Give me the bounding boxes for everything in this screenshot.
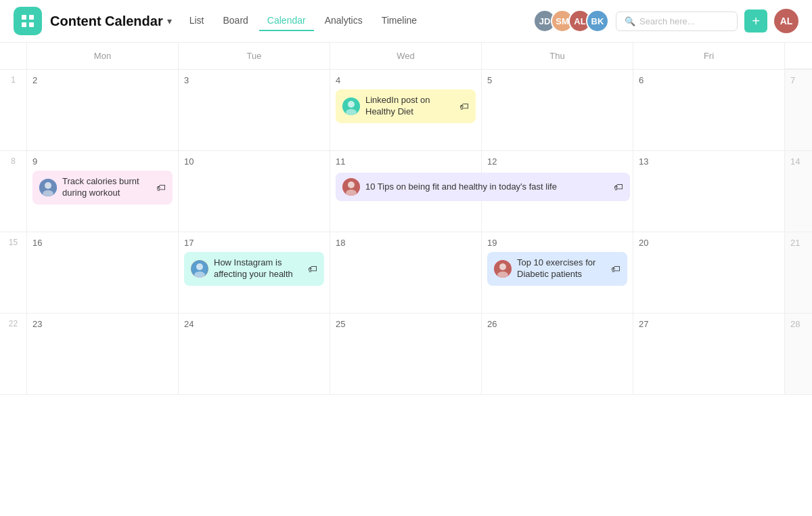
nav-tabs: List Board Calendar Analytics Timeline [181, 11, 425, 31]
day-number: 17 [184, 238, 324, 248]
avatar-4: BK [586, 9, 609, 33]
day-4[interactable]: 4 LinkedIn post on Healthy Diet 🏷 [330, 70, 482, 151]
svg-point-11 [348, 181, 355, 188]
day-11-12-span[interactable]: 11 10 Tips on being fit and healthy in t… [330, 151, 482, 232]
day-20[interactable]: 20 [633, 232, 785, 314]
user-avatar[interactable]: AL [774, 9, 798, 33]
tab-list[interactable]: List [181, 11, 212, 31]
day-number: 25 [336, 319, 476, 329]
event-card[interactable]: Track calories burnt during workout 🏷 [32, 171, 173, 205]
day-number: 7 [785, 70, 812, 91]
calendar: Mon Tue Wed Thu Fri 1 2 3 4 [0, 43, 812, 395]
event-card[interactable]: How Instagram is affecting your health 🏷 [184, 252, 324, 286]
svg-rect-3 [29, 22, 34, 27]
svg-rect-1 [29, 15, 34, 20]
svg-rect-0 [22, 15, 26, 20]
day-number: 27 [639, 319, 779, 329]
app-title: Content Calendar [50, 14, 163, 29]
day-number: 4 [336, 75, 476, 85]
day-number: 11 [336, 156, 476, 167]
weekday-tue: Tue [179, 43, 330, 69]
day-2[interactable]: 2 [27, 70, 179, 151]
event-avatar [191, 260, 208, 278]
tab-timeline[interactable]: Timeline [374, 11, 425, 31]
day-17[interactable]: 17 How Instagram is affecting your healt… [179, 232, 330, 314]
week-num-8: 8 [0, 151, 27, 232]
weekday-wed: Wed [330, 43, 482, 69]
add-button[interactable]: + [744, 9, 767, 33]
week-num-1: 1 [0, 70, 27, 151]
day-14: 14 [785, 151, 812, 232]
title-nav-area: Content Calendar ▾ List Board Calendar A… [50, 11, 525, 31]
event-tag-icon: 🏷 [308, 263, 317, 274]
event-tag-icon: 🏷 [614, 181, 623, 192]
day-number: 16 [32, 238, 173, 248]
week-num-spacer [0, 43, 27, 69]
day-25[interactable]: 25 [330, 314, 482, 395]
event-card[interactable]: LinkedIn post on Healthy Diet 🏷 [336, 89, 476, 123]
week-num-15: 15 [0, 232, 27, 314]
event-title: 10 Tips on being fit and healthy in toda… [365, 181, 608, 193]
day-9[interactable]: 9 Track calories burnt during workout 🏷 [27, 151, 179, 232]
day-number: 23 [32, 319, 173, 329]
svg-point-17 [499, 263, 506, 270]
tab-board[interactable]: Board [215, 11, 256, 31]
day-13[interactable]: 13 [633, 151, 785, 232]
day-5[interactable]: 5 [482, 70, 633, 151]
day-number: 26 [487, 319, 627, 329]
day-number: 18 [336, 238, 476, 248]
event-title: LinkedIn post on Healthy Diet [365, 95, 454, 118]
search-box[interactable]: 🔍 Search here... [616, 12, 738, 31]
calendar-grid: 1 2 3 4 LinkedIn post on Healthy Diet 🏷 [0, 70, 812, 395]
weekday-mon: Mon [27, 43, 179, 69]
day-18[interactable]: 18 [330, 232, 482, 314]
day-number: 3 [184, 75, 324, 85]
event-title: Track calories burnt during workout [62, 176, 151, 199]
day-number: 24 [184, 319, 324, 329]
day-27[interactable]: 27 [633, 314, 785, 395]
svg-point-14 [196, 263, 203, 270]
chevron-down-icon[interactable]: ▾ [167, 16, 172, 26]
day-number: 21 [785, 232, 812, 253]
event-tag-icon: 🏷 [459, 101, 469, 112]
app-logo [14, 7, 42, 35]
team-avatars: JD SM AL BK [533, 9, 609, 33]
day-number: 5 [487, 75, 627, 85]
day-number: 19 [487, 238, 627, 248]
search-icon: 🔍 [625, 16, 635, 26]
header: Content Calendar ▾ List Board Calendar A… [0, 0, 812, 43]
event-title: Top 10 exercises for Diabetic patients [517, 257, 606, 280]
event-avatar [39, 179, 57, 196]
day-number: 14 [785, 151, 812, 172]
event-card[interactable]: Top 10 exercises for Diabetic patients 🏷 [487, 252, 627, 286]
svg-point-8 [45, 182, 51, 189]
day-number: 12 [487, 156, 627, 167]
day-number: 6 [639, 75, 779, 85]
day-19[interactable]: 19 Top 10 exercises for Diabetic patient… [482, 232, 633, 314]
tab-analytics[interactable]: Analytics [317, 11, 371, 31]
weekdays-header: Mon Tue Wed Thu Fri [0, 43, 812, 70]
day-16[interactable]: 16 [27, 232, 179, 314]
day-23[interactable]: 23 [27, 314, 179, 395]
day-21: 21 [785, 232, 812, 314]
day-10[interactable]: 10 [179, 151, 330, 232]
grid-icon [20, 13, 36, 29]
tab-calendar[interactable]: Calendar [259, 11, 314, 31]
weekday-side-end [785, 43, 812, 69]
day-number: 10 [184, 156, 324, 167]
svg-rect-2 [22, 22, 26, 27]
day-number: 20 [639, 238, 779, 248]
event-avatar [494, 260, 512, 278]
event-title: How Instagram is affecting your health [214, 257, 302, 280]
event-avatar [342, 98, 360, 115]
search-placeholder: Search here... [639, 16, 695, 26]
day-26[interactable]: 26 [482, 314, 633, 395]
day-3[interactable]: 3 [179, 70, 330, 151]
day-28: 28 [785, 314, 812, 395]
day-24[interactable]: 24 [179, 314, 330, 395]
day-number: 13 [639, 156, 779, 167]
day-6[interactable]: 6 [633, 70, 785, 151]
event-card[interactable]: 10 Tips on being fit and healthy in toda… [336, 173, 630, 201]
svg-point-5 [348, 101, 355, 108]
day-number: 2 [32, 75, 173, 85]
